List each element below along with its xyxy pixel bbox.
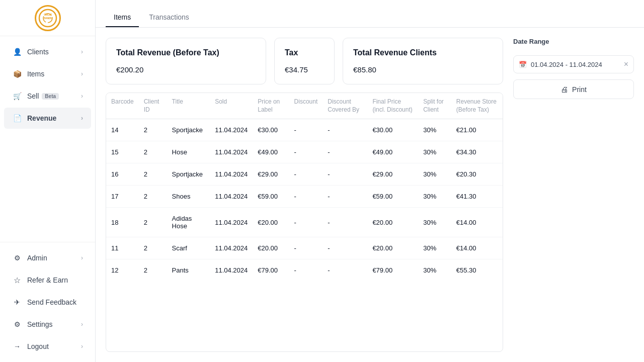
table-header: Barcode Client ID Title Sold Price on La… (106, 93, 503, 119)
print-button[interactable]: Print (513, 79, 634, 99)
date-range-label: Date Range (513, 38, 634, 45)
sidebar-item-sell-label: Sell (27, 92, 39, 100)
sidebar-item-clients-label: Clients (27, 48, 49, 56)
sidebar-item-admin[interactable]: Admin › (4, 247, 91, 268)
summary-cards: Total Revenue (Before Tax) €200.20 Tax €… (106, 38, 503, 84)
date-range-clear[interactable]: × (624, 60, 628, 69)
tab-items[interactable]: Items (106, 8, 139, 27)
revenue-icon (12, 113, 22, 123)
cell-revenue_store: €21.00 (451, 119, 503, 141)
sidebar-item-settings[interactable]: Settings › (4, 314, 91, 335)
col-title: Title (167, 93, 210, 119)
cell-price_on_label: €20.00 (253, 237, 289, 259)
total-clients-title: Total Revenue Clients (353, 48, 493, 57)
sidebar-item-clients[interactable]: Clients › (4, 41, 91, 62)
chevron-icon: › (81, 321, 83, 328)
cell-sold: 11.04.2024 (210, 119, 253, 141)
col-discount: Discount (289, 93, 323, 119)
feedback-icon (12, 297, 22, 307)
cell-price_on_label: €79.00 (253, 259, 289, 282)
cell-barcode: 11 (106, 237, 139, 259)
cell-title: Hose (167, 141, 210, 163)
refer-icon (12, 275, 22, 285)
total-clients-value: €85.80 (353, 65, 493, 74)
logout-icon (12, 341, 22, 351)
cell-split_for_client: 30% (418, 259, 451, 282)
content-left: Total Revenue (Before Tax) €200.20 Tax €… (106, 38, 503, 352)
cell-barcode: 15 (106, 141, 139, 163)
col-split-client: Split for Client (418, 93, 451, 119)
sidebar-item-settings-label: Settings (27, 320, 53, 328)
cell-split_for_client: 30% (418, 186, 451, 208)
cell-discount_covered_by: - (323, 186, 367, 208)
main-content: Items Transactions Total Revenue (Before… (96, 0, 644, 362)
cell-discount: - (289, 259, 323, 282)
chevron-icon: › (81, 70, 83, 77)
cell-final_price: €29.00 (367, 163, 418, 186)
cell-title: Sportjacke (167, 163, 210, 186)
col-client-id: Client ID (139, 93, 167, 119)
cell-sold: 11.04.2024 (210, 259, 253, 282)
cell-discount_covered_by: - (323, 119, 367, 141)
date-range-value: 01.04.2024 - 11.04.2024 (531, 61, 602, 68)
tax-card: Tax €34.75 (274, 38, 335, 84)
logo-circle: CIRCLE BANDS (35, 5, 61, 31)
col-final-price: Final Price (incl. Discount) (367, 93, 418, 119)
total-revenue-card: Total Revenue (Before Tax) €200.20 (106, 38, 266, 84)
sidebar-item-revenue[interactable]: Revenue › (4, 108, 91, 129)
print-label: Print (572, 85, 587, 94)
sidebar-item-items-label: Items (27, 70, 44, 78)
cell-final_price: €49.00 (367, 141, 418, 163)
cell-client_id: 2 (139, 259, 167, 282)
table-row: 152Hose11.04.2024€49.00--€49.0030%€34.30 (106, 141, 503, 163)
col-barcode: Barcode (106, 93, 139, 119)
cell-discount_covered_by: - (323, 208, 367, 237)
cell-barcode: 12 (106, 259, 139, 282)
sidebar-item-items[interactable]: Items › (4, 63, 91, 84)
total-clients-card: Total Revenue Clients €85.80 (343, 38, 503, 84)
cell-sold: 11.04.2024 (210, 237, 253, 259)
chevron-icon: › (81, 93, 83, 100)
cell-split_for_client: 30% (418, 141, 451, 163)
sidebar-item-feedback[interactable]: Send Feedback (4, 292, 91, 313)
cell-price_on_label: €49.00 (253, 141, 289, 163)
page-content: Total Revenue (Before Tax) €200.20 Tax €… (96, 28, 644, 362)
cell-revenue_store: €55.30 (451, 259, 503, 282)
tax-title: Tax (285, 48, 324, 57)
cell-price_on_label: €29.00 (253, 163, 289, 186)
chevron-icon: › (81, 254, 83, 261)
right-panel: Date Range 01.04.2024 - 11.04.2024 × Pri… (513, 38, 634, 352)
cell-client_id: 2 (139, 186, 167, 208)
cell-client_id: 2 (139, 163, 167, 186)
cell-discount: - (289, 119, 323, 141)
cell-discount_covered_by: - (323, 163, 367, 186)
table-row: 142Sportjacke11.04.2024€30.00--€30.0030%… (106, 119, 503, 141)
col-sold: Sold (210, 93, 253, 119)
sidebar-item-sell[interactable]: Sell Beta › (4, 85, 91, 107)
date-range-input[interactable]: 01.04.2024 - 11.04.2024 × (513, 55, 634, 73)
cell-final_price: €59.00 (367, 186, 418, 208)
cell-title: Shoes (167, 186, 210, 208)
sidebar-item-refer[interactable]: Refer & Earn (4, 269, 91, 291)
sell-icon (12, 91, 22, 101)
sell-badge: Beta (42, 93, 59, 100)
cell-discount_covered_by: - (323, 237, 367, 259)
sidebar-bottom: Admin › Refer & Earn Send Feedback Setti… (0, 242, 95, 362)
cell-sold: 11.04.2024 (210, 186, 253, 208)
date-range-input-left: 01.04.2024 - 11.04.2024 (519, 61, 602, 68)
cell-discount: - (289, 208, 323, 237)
cell-final_price: €20.00 (367, 237, 418, 259)
items-icon (12, 69, 22, 79)
cell-title: Scarf (167, 237, 210, 259)
sidebar-item-refer-label: Refer & Earn (27, 276, 68, 284)
cell-split_for_client: 30% (418, 208, 451, 237)
revenue-table: Barcode Client ID Title Sold Price on La… (106, 93, 503, 281)
cell-discount: - (289, 186, 323, 208)
cell-title: Sportjacke (167, 119, 210, 141)
sidebar-item-revenue-label: Revenue (27, 114, 56, 122)
cell-final_price: €20.00 (367, 208, 418, 237)
tab-transactions[interactable]: Transactions (141, 8, 197, 27)
cell-sold: 11.04.2024 (210, 141, 253, 163)
sidebar-item-logout[interactable]: Logout › (4, 336, 91, 357)
cell-final_price: €79.00 (367, 259, 418, 282)
